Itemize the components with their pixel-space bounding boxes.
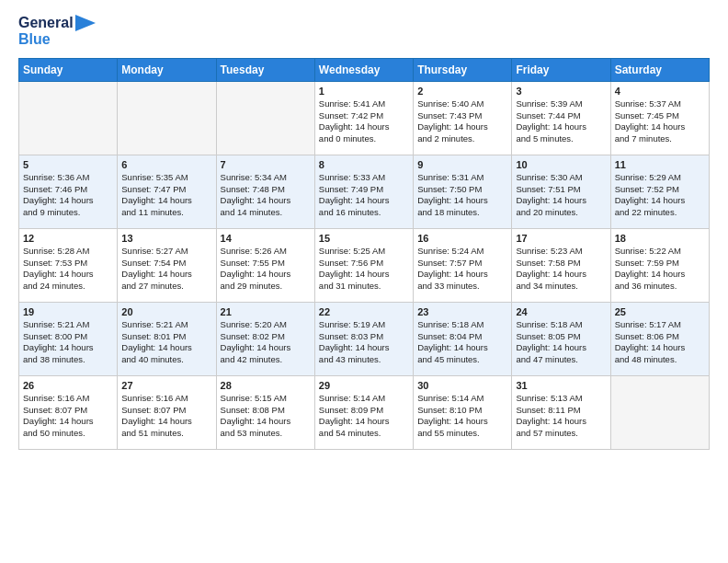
day-number: 27 [121,380,211,391]
logo-general: General [18,15,74,31]
day-info: Sunrise: 5:17 AM Sunset: 8:06 PM Dayligh… [615,319,705,366]
week-row-5: 26Sunrise: 5:16 AM Sunset: 8:07 PM Dayli… [19,375,710,449]
day-info: Sunrise: 5:40 AM Sunset: 7:43 PM Dayligh… [417,98,507,145]
day-info: Sunrise: 5:14 AM Sunset: 8:09 PM Dayligh… [319,393,409,440]
day-info: Sunrise: 5:29 AM Sunset: 7:52 PM Dayligh… [615,172,705,219]
day-cell: 9Sunrise: 5:31 AM Sunset: 7:50 PM Daylig… [414,155,512,228]
day-number: 11 [615,159,705,170]
day-number: 15 [319,233,409,244]
day-info: Sunrise: 5:22 AM Sunset: 7:59 PM Dayligh… [615,246,705,293]
day-cell: 12Sunrise: 5:28 AM Sunset: 7:53 PM Dayli… [19,228,118,302]
day-info: Sunrise: 5:18 AM Sunset: 8:05 PM Dayligh… [516,319,606,366]
day-number: 30 [417,380,507,391]
day-number: 24 [516,306,606,317]
day-cell: 25Sunrise: 5:17 AM Sunset: 8:06 PM Dayli… [610,302,709,375]
day-number: 13 [121,233,211,244]
day-info: Sunrise: 5:35 AM Sunset: 7:47 PM Dayligh… [121,172,211,219]
logo-blue: Blue [18,31,51,48]
day-number: 25 [615,306,705,317]
day-info: Sunrise: 5:41 AM Sunset: 7:42 PM Dayligh… [319,98,409,145]
day-cell: 7Sunrise: 5:34 AM Sunset: 7:48 PM Daylig… [216,155,314,228]
day-number: 3 [516,86,606,97]
svg-marker-0 [75,15,96,31]
day-cell: 17Sunrise: 5:23 AM Sunset: 7:58 PM Dayli… [512,228,610,302]
day-cell: 3Sunrise: 5:39 AM Sunset: 7:44 PM Daylig… [512,81,610,155]
logo-arrow-icon [75,15,96,31]
day-number: 20 [121,306,211,317]
day-cell: 18Sunrise: 5:22 AM Sunset: 7:59 PM Dayli… [610,228,709,302]
day-info: Sunrise: 5:39 AM Sunset: 7:44 PM Dayligh… [516,98,606,145]
col-header-wednesday: Wednesday [314,58,413,81]
day-number: 4 [615,86,705,97]
day-cell: 24Sunrise: 5:18 AM Sunset: 8:05 PM Dayli… [512,302,610,375]
day-info: Sunrise: 5:36 AM Sunset: 7:46 PM Dayligh… [23,172,113,219]
day-cell: 31Sunrise: 5:13 AM Sunset: 8:11 PM Dayli… [512,375,610,449]
day-number: 12 [23,233,113,244]
day-info: Sunrise: 5:20 AM Sunset: 8:02 PM Dayligh… [221,319,311,366]
col-header-monday: Monday [118,58,216,81]
col-header-tuesday: Tuesday [216,58,314,81]
day-number: 29 [319,380,409,391]
day-number: 6 [121,159,211,170]
day-number: 26 [23,380,113,391]
day-cell: 2Sunrise: 5:40 AM Sunset: 7:43 PM Daylig… [414,81,512,155]
day-info: Sunrise: 5:31 AM Sunset: 7:50 PM Dayligh… [417,172,507,219]
day-cell: 20Sunrise: 5:21 AM Sunset: 8:01 PM Dayli… [118,302,216,375]
day-number: 16 [417,233,507,244]
day-number: 22 [319,306,409,317]
col-header-sunday: Sunday [19,58,118,81]
day-cell: 8Sunrise: 5:33 AM Sunset: 7:49 PM Daylig… [314,155,413,228]
day-info: Sunrise: 5:34 AM Sunset: 7:48 PM Dayligh… [221,172,311,219]
day-cell: 4Sunrise: 5:37 AM Sunset: 7:45 PM Daylig… [610,81,709,155]
day-number: 5 [23,159,113,170]
day-cell: 1Sunrise: 5:41 AM Sunset: 7:42 PM Daylig… [314,81,413,155]
day-info: Sunrise: 5:13 AM Sunset: 8:11 PM Dayligh… [516,393,606,440]
day-cell: 30Sunrise: 5:14 AM Sunset: 8:10 PM Dayli… [414,375,512,449]
day-number: 17 [516,233,606,244]
col-header-friday: Friday [512,58,610,81]
day-number: 18 [615,233,705,244]
day-cell [610,375,709,449]
day-info: Sunrise: 5:18 AM Sunset: 8:04 PM Dayligh… [417,319,507,366]
day-number: 28 [221,380,311,391]
day-info: Sunrise: 5:37 AM Sunset: 7:45 PM Dayligh… [615,98,705,145]
day-info: Sunrise: 5:21 AM Sunset: 8:00 PM Dayligh… [23,319,113,366]
col-header-thursday: Thursday [414,58,512,81]
page: General Blue SundayMondayTuesdayWednesda… [0,0,728,465]
day-cell: 13Sunrise: 5:27 AM Sunset: 7:54 PM Dayli… [118,228,216,302]
day-cell: 15Sunrise: 5:25 AM Sunset: 7:56 PM Dayli… [314,228,413,302]
day-cell: 21Sunrise: 5:20 AM Sunset: 8:02 PM Dayli… [216,302,314,375]
week-row-2: 5Sunrise: 5:36 AM Sunset: 7:46 PM Daylig… [19,155,710,228]
day-info: Sunrise: 5:28 AM Sunset: 7:53 PM Dayligh… [23,246,113,293]
day-info: Sunrise: 5:16 AM Sunset: 8:07 PM Dayligh… [23,393,113,440]
week-row-1: 1Sunrise: 5:41 AM Sunset: 7:42 PM Daylig… [19,81,710,155]
day-cell: 28Sunrise: 5:15 AM Sunset: 8:08 PM Dayli… [216,375,314,449]
day-cell: 5Sunrise: 5:36 AM Sunset: 7:46 PM Daylig… [19,155,118,228]
day-info: Sunrise: 5:30 AM Sunset: 7:51 PM Dayligh… [516,172,606,219]
day-cell [118,81,216,155]
day-cell: 29Sunrise: 5:14 AM Sunset: 8:09 PM Dayli… [314,375,413,449]
day-cell: 26Sunrise: 5:16 AM Sunset: 8:07 PM Dayli… [19,375,118,449]
logo: General Blue [18,15,96,49]
day-cell: 23Sunrise: 5:18 AM Sunset: 8:04 PM Dayli… [414,302,512,375]
day-info: Sunrise: 5:15 AM Sunset: 8:08 PM Dayligh… [221,393,311,440]
day-info: Sunrise: 5:33 AM Sunset: 7:49 PM Dayligh… [319,172,409,219]
header-row: SundayMondayTuesdayWednesdayThursdayFrid… [19,58,710,81]
week-row-3: 12Sunrise: 5:28 AM Sunset: 7:53 PM Dayli… [19,228,710,302]
day-number: 2 [417,86,507,97]
day-cell: 22Sunrise: 5:19 AM Sunset: 8:03 PM Dayli… [314,302,413,375]
day-number: 19 [23,306,113,317]
day-cell: 27Sunrise: 5:16 AM Sunset: 8:07 PM Dayli… [118,375,216,449]
day-cell: 10Sunrise: 5:30 AM Sunset: 7:51 PM Dayli… [512,155,610,228]
day-number: 31 [516,380,606,391]
col-header-saturday: Saturday [610,58,709,81]
day-cell: 6Sunrise: 5:35 AM Sunset: 7:47 PM Daylig… [118,155,216,228]
day-cell [19,81,118,155]
day-info: Sunrise: 5:27 AM Sunset: 7:54 PM Dayligh… [121,246,211,293]
header: General Blue [18,15,710,49]
day-cell: 16Sunrise: 5:24 AM Sunset: 7:57 PM Dayli… [414,228,512,302]
day-number: 10 [516,159,606,170]
day-info: Sunrise: 5:21 AM Sunset: 8:01 PM Dayligh… [121,319,211,366]
day-info: Sunrise: 5:25 AM Sunset: 7:56 PM Dayligh… [319,246,409,293]
day-cell: 19Sunrise: 5:21 AM Sunset: 8:00 PM Dayli… [19,302,118,375]
